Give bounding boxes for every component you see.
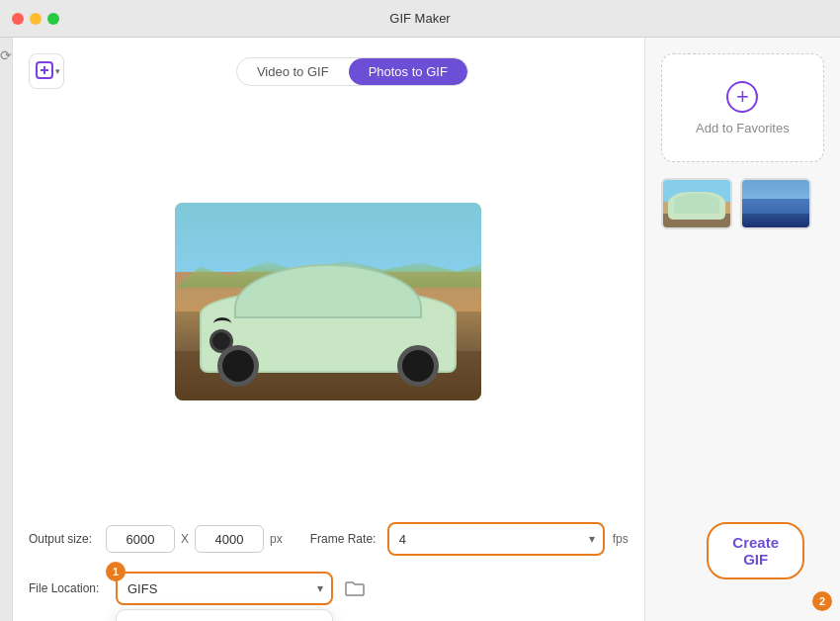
file-loc-select-wrapper: Same As Source Folder GIFS Other... [116, 572, 333, 605]
file-location-row: File Location: 1 Same As Source Folder G… [29, 572, 629, 605]
folder-browse-button[interactable] [341, 575, 369, 602]
fps-select-wrapper: 4 8 12 24 [387, 522, 605, 556]
file-location-badge: 1 [106, 562, 126, 581]
px-unit: px [270, 532, 283, 546]
add-icon [34, 59, 55, 84]
title-bar: GIF Maker [0, 0, 840, 38]
left-panel: ▾ Video to GIF Photos to GIF [13, 38, 644, 621]
minimize-button[interactable] [30, 13, 42, 25]
right-panel-bottom: 2 Create GIF [661, 229, 824, 605]
favorites-area: + Add to Favorites [661, 53, 824, 162]
add-arrow-icon: ▾ [55, 66, 60, 76]
maximize-button[interactable] [47, 13, 59, 25]
create-gif-badge: 2 [812, 591, 832, 611]
close-button[interactable] [12, 13, 24, 25]
file-location-dropdown: Same As Source Folder GIFS Other... [116, 609, 333, 621]
size-row: Output size: X px Frame Rate: 4 8 12 24 [29, 522, 629, 556]
x-separator: X [181, 532, 189, 546]
toolbar: ▾ Video to GIF Photos to GIF [29, 53, 629, 89]
plus-symbol: + [736, 86, 749, 108]
frame-rate-label: Frame Rate: [310, 532, 379, 546]
file-location-label: File Location: [29, 581, 108, 595]
thumbnail-car[interactable] [661, 178, 732, 229]
left-sidebar: ⟳ [0, 38, 13, 621]
sidebar-icon[interactable]: ⟳ [0, 47, 12, 63]
bottom-controls: Output size: X px Frame Rate: 4 8 12 24 [29, 514, 629, 605]
width-input[interactable] [106, 525, 175, 553]
fps-unit: fps [613, 532, 629, 546]
height-input[interactable] [195, 525, 264, 553]
frame-rate-group: Frame Rate: 4 8 12 24 fps [310, 522, 629, 556]
thumb-bridge-image [742, 180, 809, 227]
window-controls [12, 13, 59, 25]
file-location-wrapper: 1 Same As Source Folder GIFS Other... [116, 572, 333, 605]
window-title: GIF Maker [389, 11, 450, 26]
thumbnails-row [661, 178, 824, 229]
right-panel: + Add to Favorites 2 C [644, 38, 840, 621]
output-size-label: Output size: [29, 532, 98, 546]
tab-photos-to-gif[interactable]: Photos to GIF [349, 58, 467, 85]
add-button[interactable]: ▾ [29, 53, 64, 89]
image-area [29, 105, 629, 498]
tab-video-to-gif[interactable]: Video to GIF [237, 58, 349, 85]
fps-select[interactable]: 4 8 12 24 [387, 522, 605, 556]
main-content: ⟳ ▾ Video to GIF Photos to GIF [0, 38, 840, 621]
main-photo [175, 203, 481, 400]
size-inputs: X px [106, 525, 283, 553]
dropdown-same-as-source[interactable]: Same As Source Folder [117, 610, 332, 621]
create-gif-button[interactable]: Create GIF [707, 522, 804, 579]
thumb-car-image [663, 180, 730, 227]
favorites-label: Add to Favorites [696, 121, 790, 135]
thumbnail-bridge[interactable] [740, 178, 811, 229]
file-location-select[interactable]: Same As Source Folder GIFS Other... [116, 572, 333, 605]
favorites-plus-icon[interactable]: + [726, 81, 758, 113]
tab-group: Video to GIF Photos to GIF [236, 57, 468, 86]
